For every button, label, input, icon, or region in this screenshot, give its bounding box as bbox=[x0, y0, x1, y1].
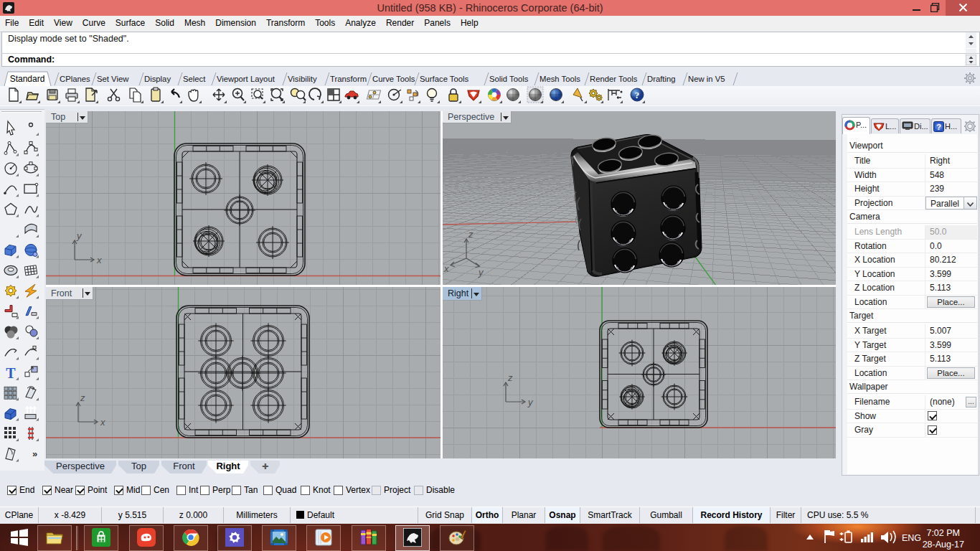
svg-text:7:02 PM: 7:02 PM bbox=[926, 528, 960, 538]
svg-text:»: » bbox=[32, 448, 37, 459]
svg-text:x: x bbox=[100, 417, 105, 428]
svg-text:Surface Tools: Surface Tools bbox=[420, 75, 469, 83]
svg-text:?: ? bbox=[635, 90, 640, 100]
svg-text:Transform: Transform bbox=[330, 75, 367, 83]
svg-text:Visibility: Visibility bbox=[288, 75, 317, 83]
svg-text:z: z bbox=[507, 372, 513, 383]
svg-text:?: ? bbox=[936, 123, 941, 131]
svg-text:CPlanes: CPlanes bbox=[60, 75, 90, 83]
svg-text:Viewport Layout: Viewport Layout bbox=[217, 75, 275, 83]
svg-text:Set View: Set View bbox=[97, 75, 129, 83]
svg-text:Render Tools: Render Tools bbox=[590, 75, 638, 83]
svg-text:z: z bbox=[468, 229, 473, 240]
svg-text:z: z bbox=[80, 392, 85, 403]
svg-text:Mesh Tools: Mesh Tools bbox=[540, 75, 580, 83]
svg-text:Standard: Standard bbox=[10, 74, 45, 84]
svg-text:ENG: ENG bbox=[902, 533, 921, 543]
svg-text:T: T bbox=[6, 365, 16, 381]
svg-text:New in V5: New in V5 bbox=[688, 75, 725, 83]
svg-text:x: x bbox=[96, 255, 102, 265]
svg-text:Select: Select bbox=[183, 75, 206, 83]
svg-text:28-Aug-17: 28-Aug-17 bbox=[923, 540, 964, 550]
svg-text:Curve Tools: Curve Tools bbox=[372, 75, 415, 83]
svg-text:Drafting: Drafting bbox=[647, 75, 676, 83]
svg-text:x: x bbox=[443, 263, 449, 274]
svg-text:Display: Display bbox=[144, 75, 171, 83]
svg-text:Solid Tools: Solid Tools bbox=[489, 75, 529, 83]
